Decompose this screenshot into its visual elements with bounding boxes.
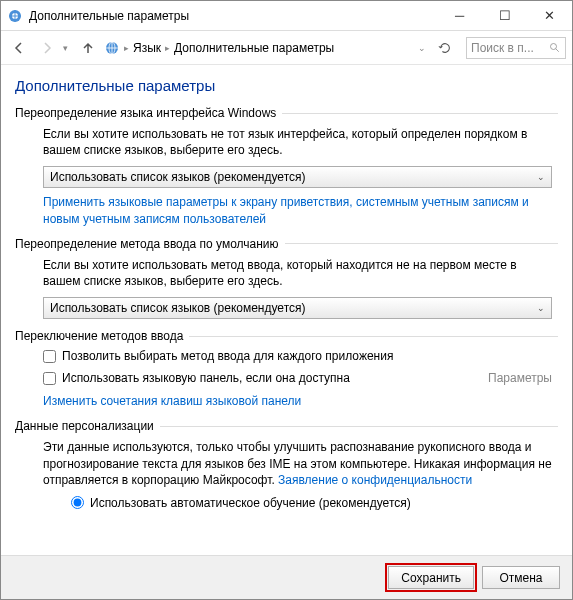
section-header: Данные персонализации <box>15 419 558 433</box>
section-description: Если вы хотите использовать не тот язык … <box>43 126 552 158</box>
lang-bar-options-link[interactable]: Параметры <box>488 371 552 385</box>
section-description: Эти данные используются, только чтобы ул… <box>43 439 552 488</box>
history-dropdown-icon[interactable]: ▾ <box>63 43 68 53</box>
chevron-right-icon: ▸ <box>165 43 170 53</box>
page-title: Дополнительные параметры <box>15 77 558 94</box>
breadcrumb-current: Дополнительные параметры <box>174 41 334 55</box>
auto-learning-label: Использовать автоматическое обучение (ре… <box>90 496 411 510</box>
up-button[interactable] <box>76 36 100 60</box>
navbar: ▾ ▸ Язык ▸ Дополнительные параметры ⌄ По… <box>1 31 572 65</box>
chevron-down-icon: ⌄ <box>537 303 545 313</box>
section-header: Переключение методов ввода <box>15 329 558 343</box>
per-app-checkbox[interactable] <box>43 350 56 363</box>
change-hotkeys-link[interactable]: Изменить сочетания клавиш языковой панел… <box>43 394 301 408</box>
section-personalization: Данные персонализации Эти данные использ… <box>15 419 558 510</box>
section-input-method: Переопределение метода ввода по умолчани… <box>15 237 558 319</box>
section-display-language: Переопределение языка интерфейса Windows… <box>15 106 558 227</box>
footer-bar: Сохранить Отмена <box>1 555 572 599</box>
section-header: Переопределение языка интерфейса Windows <box>15 106 558 120</box>
titlebar: Дополнительные параметры ─ ☐ ✕ <box>1 1 572 31</box>
crumb-dropdown-icon[interactable]: ⌄ <box>418 43 426 53</box>
globe-icon <box>104 40 120 56</box>
lang-bar-checkbox[interactable] <box>43 372 56 385</box>
apply-to-welcome-link[interactable]: Применить языковые параметры к экрану пр… <box>43 195 529 225</box>
arrow-left-icon <box>11 40 27 56</box>
close-button[interactable]: ✕ <box>527 1 572 31</box>
arrow-right-icon <box>39 40 55 56</box>
search-input[interactable]: Поиск в п... <box>466 37 566 59</box>
lang-bar-label: Использовать языковую панель, если она д… <box>62 371 350 385</box>
window-title: Дополнительные параметры <box>29 9 437 23</box>
svg-point-4 <box>551 43 557 49</box>
breadcrumb-parent[interactable]: Язык <box>133 41 161 55</box>
section-header: Переопределение метода ввода по умолчани… <box>15 237 558 251</box>
auto-learning-radio[interactable] <box>71 496 84 509</box>
section-switching: Переключение методов ввода Позволить выб… <box>15 329 558 409</box>
cancel-button[interactable]: Отмена <box>482 566 560 589</box>
input-method-dropdown[interactable]: Использовать список языков (рекомендуетс… <box>43 297 552 319</box>
chevron-down-icon: ⌄ <box>537 172 545 182</box>
arrow-up-icon <box>80 40 96 56</box>
minimize-button[interactable]: ─ <box>437 1 482 31</box>
back-button[interactable] <box>7 36 31 60</box>
refresh-button[interactable] <box>434 37 456 59</box>
forward-button[interactable] <box>35 36 59 60</box>
per-app-label: Позволить выбирать метод ввода для каждо… <box>62 349 393 363</box>
refresh-icon <box>438 41 452 55</box>
search-placeholder: Поиск в п... <box>471 41 534 55</box>
maximize-button[interactable]: ☐ <box>482 1 527 31</box>
display-language-dropdown[interactable]: Использовать список языков (рекомендуетс… <box>43 166 552 188</box>
breadcrumb: ▸ Язык ▸ Дополнительные параметры <box>104 40 414 56</box>
chevron-right-icon: ▸ <box>124 43 129 53</box>
section-description: Если вы хотите использовать метод ввода,… <box>43 257 552 289</box>
privacy-link[interactable]: Заявление о конфиденциальности <box>278 473 472 487</box>
app-icon <box>7 8 23 24</box>
search-icon <box>549 42 561 54</box>
save-button[interactable]: Сохранить <box>388 566 474 589</box>
content-area: Дополнительные параметры Переопределение… <box>1 65 572 555</box>
